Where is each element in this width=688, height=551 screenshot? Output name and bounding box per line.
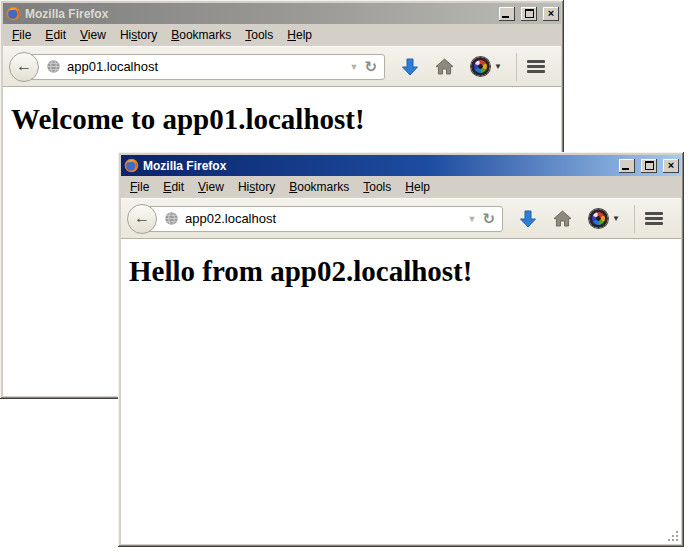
menu-hamburger-button[interactable] xyxy=(527,59,545,74)
browser-window-app02: Mozilla Firefox × File Edit View History… xyxy=(118,152,684,547)
reload-button[interactable]: ↻ xyxy=(364,59,377,74)
site-identity-globe-icon[interactable] xyxy=(46,59,61,74)
minimize-button[interactable] xyxy=(499,7,515,21)
downloads-button[interactable] xyxy=(402,58,418,76)
reload-button[interactable]: ↻ xyxy=(482,211,495,226)
download-arrow-icon xyxy=(402,58,418,76)
home-button[interactable] xyxy=(435,58,454,75)
maximize-icon xyxy=(525,9,534,18)
toolbar-separator xyxy=(634,205,635,233)
menu-view[interactable]: View xyxy=(191,178,231,196)
desktop: Mozilla Firefox × File Edit View History… xyxy=(0,0,688,551)
navigation-toolbar: ← app02.localhost ▼ ↻ xyxy=(121,198,681,239)
menu-help[interactable]: Help xyxy=(280,26,319,44)
close-button[interactable]: × xyxy=(663,159,679,173)
menu-file[interactable]: File xyxy=(123,178,156,196)
menu-file[interactable]: File xyxy=(5,26,38,44)
menu-view[interactable]: View xyxy=(73,26,113,44)
titlebar[interactable]: Mozilla Firefox × xyxy=(121,155,681,176)
resize-grip[interactable] xyxy=(665,528,679,542)
back-icon: ← xyxy=(16,58,32,74)
menu-hamburger-button[interactable] xyxy=(645,211,663,226)
url-dropdown-icon[interactable]: ▼ xyxy=(468,214,477,224)
menu-bookmarks[interactable]: Bookmarks xyxy=(282,178,356,196)
menu-edit[interactable]: Edit xyxy=(38,26,73,44)
color-wheel-icon xyxy=(589,209,608,228)
page-heading: Welcome to app01.localhost! xyxy=(11,103,553,136)
addon-dropdown-caret-icon: ▼ xyxy=(612,214,620,223)
back-button[interactable]: ← xyxy=(127,204,157,234)
titlebar[interactable]: Mozilla Firefox × xyxy=(3,3,561,24)
downloads-button[interactable] xyxy=(520,210,536,228)
hamburger-icon xyxy=(527,59,545,74)
window-title: Mozilla Firefox xyxy=(143,159,613,173)
home-icon xyxy=(435,58,454,75)
back-icon: ← xyxy=(134,210,150,226)
menu-history[interactable]: History xyxy=(113,26,164,44)
minimize-icon xyxy=(622,168,629,170)
download-arrow-icon xyxy=(520,210,536,228)
url-bar[interactable]: app01.localhost ▼ ↻ xyxy=(23,54,385,80)
window-title: Mozilla Firefox xyxy=(25,7,493,21)
color-wheel-icon xyxy=(471,57,490,76)
site-identity-globe-icon[interactable] xyxy=(164,211,179,226)
url-text[interactable]: app01.localhost xyxy=(67,59,344,74)
page-content-app02: Hello from app02.localhost! xyxy=(121,239,681,544)
menu-bookmarks[interactable]: Bookmarks xyxy=(164,26,238,44)
menu-help[interactable]: Help xyxy=(398,178,437,196)
page-heading: Hello from app02.localhost! xyxy=(129,255,673,288)
home-icon xyxy=(553,210,572,227)
menu-tools[interactable]: Tools xyxy=(238,26,280,44)
minimize-icon xyxy=(502,16,509,18)
maximize-button[interactable] xyxy=(521,7,537,21)
close-button[interactable]: × xyxy=(543,7,559,21)
menu-edit[interactable]: Edit xyxy=(156,178,191,196)
firefox-icon[interactable] xyxy=(6,6,21,21)
hamburger-icon xyxy=(645,211,663,226)
menu-bar: File Edit View History Bookmarks Tools H… xyxy=(121,176,681,198)
minimize-button[interactable] xyxy=(619,159,635,173)
menu-tools[interactable]: Tools xyxy=(356,178,398,196)
navigation-toolbar: ← app01.localhost ▼ ↻ xyxy=(3,46,561,87)
url-dropdown-icon[interactable]: ▼ xyxy=(350,62,359,72)
firefox-icon[interactable] xyxy=(124,158,139,173)
close-icon: × xyxy=(548,8,554,19)
addon-dropdown-caret-icon: ▼ xyxy=(494,62,502,71)
menu-history[interactable]: History xyxy=(231,178,282,196)
back-button[interactable]: ← xyxy=(9,52,39,82)
menu-bar: File Edit View History Bookmarks Tools H… xyxy=(3,24,561,46)
url-text[interactable]: app02.localhost xyxy=(185,211,462,226)
addon-button[interactable]: ▼ xyxy=(471,57,502,76)
home-button[interactable] xyxy=(553,210,572,227)
url-bar[interactable]: app02.localhost ▼ ↻ xyxy=(141,206,503,232)
maximize-button[interactable] xyxy=(641,159,657,173)
addon-button[interactable]: ▼ xyxy=(589,209,620,228)
maximize-icon xyxy=(645,161,654,170)
close-icon: × xyxy=(668,160,674,171)
toolbar-separator xyxy=(516,53,517,81)
